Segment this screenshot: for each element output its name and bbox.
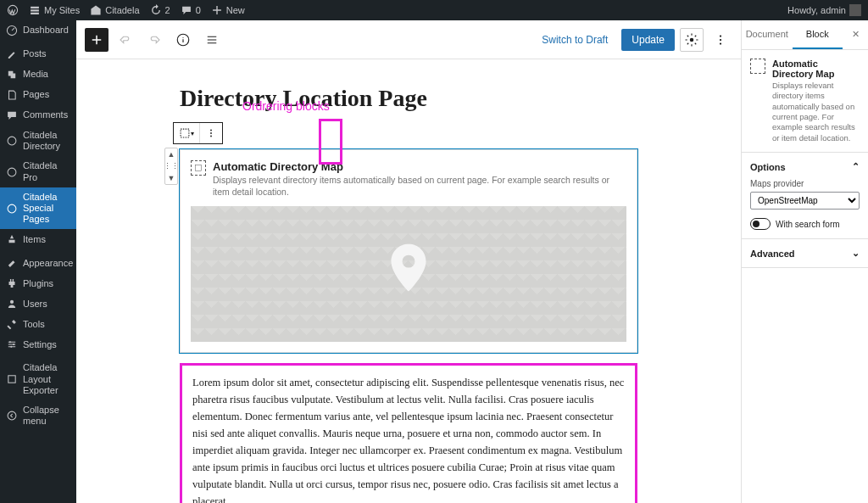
block-info-name: Automatic Directory Map xyxy=(772,59,860,79)
svg-point-15 xyxy=(720,42,721,44)
annotation-highlight-box xyxy=(319,119,342,165)
paragraph-block-highlighted[interactable]: Lorem ipsum dolor sit amet, consectetur … xyxy=(180,363,637,503)
mysites-link[interactable]: My Sites xyxy=(29,4,80,16)
svg-point-5 xyxy=(10,300,14,304)
outline-button[interactable] xyxy=(200,28,224,52)
block-more-button[interactable] xyxy=(200,123,222,143)
svg-rect-20 xyxy=(196,165,202,171)
info-button[interactable] xyxy=(171,28,195,52)
wp-logo-icon[interactable] xyxy=(7,4,19,16)
avatar-icon xyxy=(849,4,861,16)
sidebar-label: Collapse menu xyxy=(23,405,70,427)
sidebar-item-dashboard[interactable]: Dashboard xyxy=(0,20,76,41)
switch-to-draft-button[interactable]: Switch to Draft xyxy=(533,34,616,46)
svg-point-14 xyxy=(720,38,721,40)
sidebar-item-posts[interactable]: Posts xyxy=(0,44,76,64)
update-button[interactable]: Update xyxy=(621,29,675,51)
editor: Switch to Draft Update Directory Locatio… xyxy=(76,20,741,503)
undo-button[interactable] xyxy=(114,28,137,52)
sidebar-label: Comments xyxy=(23,109,70,120)
comments-count: 0 xyxy=(196,5,201,15)
sidebar-item-items[interactable]: Items xyxy=(0,229,76,249)
svg-point-19 xyxy=(210,136,212,137)
with-search-form-toggle[interactable] xyxy=(750,218,771,230)
sidebar-label: Settings xyxy=(23,339,70,350)
sidebar-label: Citadela Layout Exporter xyxy=(23,362,70,396)
sidebar-item-pages[interactable]: Pages xyxy=(0,85,76,105)
site-label: Citadela xyxy=(105,5,139,15)
svg-point-2 xyxy=(8,137,16,145)
map-block-title: Automatic Directory Map xyxy=(213,160,626,173)
automatic-directory-map-block[interactable]: Automatic Directory Map Displays relevan… xyxy=(180,149,637,353)
block-info-icon xyxy=(750,59,765,74)
sidebar-item-plugins[interactable]: Plugins xyxy=(0,273,76,293)
settings-toggle-button[interactable] xyxy=(680,28,704,52)
maps-provider-label: Maps provider xyxy=(750,179,860,188)
sidebar-label: Items xyxy=(23,234,70,245)
sidebar-item-users[interactable]: Users xyxy=(0,293,76,314)
block-mover: ▲ ⋮⋮ ▼ xyxy=(164,148,178,185)
sidebar-item-appearance[interactable]: Appearance xyxy=(0,253,76,273)
sidebar-label: Citadela Pro xyxy=(23,160,70,182)
new-link[interactable]: New xyxy=(211,4,245,16)
map-placeholder-image xyxy=(191,206,626,342)
advanced-section-toggle[interactable]: Advanced⌄ xyxy=(750,248,860,259)
add-block-button[interactable] xyxy=(85,28,108,52)
options-section-toggle[interactable]: Options⌃ xyxy=(750,161,860,172)
svg-point-18 xyxy=(210,132,212,134)
block-info-desc: Displays relevant directory items automa… xyxy=(772,81,860,143)
adminbar: My Sites Citadela 2 0 New Howdy, admin xyxy=(0,0,868,20)
sidebar-item-media[interactable]: Media xyxy=(0,64,76,85)
sidebar-item-citadela-pro[interactable]: Citadela Pro xyxy=(0,156,76,187)
map-pin-icon xyxy=(389,244,428,294)
options-head-label: Options xyxy=(750,162,786,172)
annotation-label: Ordrering blocks xyxy=(242,99,330,113)
redo-button[interactable] xyxy=(142,28,166,52)
tab-document[interactable]: Document xyxy=(742,20,793,49)
svg-point-10 xyxy=(8,411,16,420)
maps-provider-select[interactable]: OpenStreetMap xyxy=(750,192,860,210)
updates-link[interactable]: 2 xyxy=(150,4,170,16)
sidebar-label: Appearance xyxy=(23,258,73,269)
sidebar-item-tools[interactable]: Tools xyxy=(0,314,76,334)
move-down-button[interactable]: ▼ xyxy=(165,172,177,184)
sidebar-label: Media xyxy=(23,69,70,80)
sidebar-collapse[interactable]: Collapse menu xyxy=(0,400,76,431)
more-menu-button[interactable] xyxy=(709,28,732,52)
new-label: New xyxy=(226,5,245,15)
svg-point-4 xyxy=(8,204,16,213)
site-link[interactable]: Citadela xyxy=(90,4,139,16)
sidebar-item-citadela-directory[interactable]: Citadela Directory xyxy=(0,126,76,156)
map-block-description: Displays relevant directory items automa… xyxy=(213,175,626,198)
admin-sidebar: Dashboard Posts Media Pages Comments Cit… xyxy=(0,20,76,503)
tab-block[interactable]: Block xyxy=(793,20,843,49)
svg-point-12 xyxy=(690,37,694,42)
svg-rect-9 xyxy=(8,376,15,383)
mysites-label: My Sites xyxy=(44,5,80,15)
sidebar-item-comments[interactable]: Comments xyxy=(0,105,76,126)
settings-panel: Document Block ✕ Automatic Directory Map… xyxy=(741,20,868,503)
comments-link[interactable]: 0 xyxy=(181,4,201,16)
advanced-head-label: Advanced xyxy=(750,249,795,259)
sidebar-item-settings[interactable]: Settings xyxy=(0,334,76,355)
editor-topbar: Switch to Draft Update xyxy=(76,20,741,59)
chevron-up-icon: ⌃ xyxy=(852,161,860,172)
sidebar-label: Citadela Special Pages xyxy=(23,192,70,226)
howdy-link[interactable]: Howdy, admin xyxy=(787,4,861,16)
block-type-icon[interactable]: ▾ xyxy=(174,123,200,143)
sidebar-label: Citadela Directory xyxy=(23,130,70,152)
sidebar-item-citadela-special-pages[interactable]: Citadela Special Pages xyxy=(0,187,76,230)
svg-point-13 xyxy=(720,35,721,36)
chevron-down-icon: ⌄ xyxy=(852,248,860,259)
svg-point-6 xyxy=(9,341,11,343)
move-up-button[interactable]: ▲ xyxy=(165,148,177,160)
svg-rect-16 xyxy=(181,129,189,137)
sidebar-item-layout-exporter[interactable]: Citadela Layout Exporter xyxy=(0,358,76,400)
sidebar-label: Dashboard xyxy=(23,25,70,36)
svg-point-17 xyxy=(210,130,212,131)
svg-point-7 xyxy=(13,344,14,345)
with-search-form-label: With search form xyxy=(776,220,840,229)
drag-handle[interactable]: ⋮⋮ xyxy=(165,160,177,172)
close-panel-button[interactable]: ✕ xyxy=(843,20,868,49)
paragraph-text: Lorem ipsum dolor sit amet, consectetur … xyxy=(192,374,625,503)
